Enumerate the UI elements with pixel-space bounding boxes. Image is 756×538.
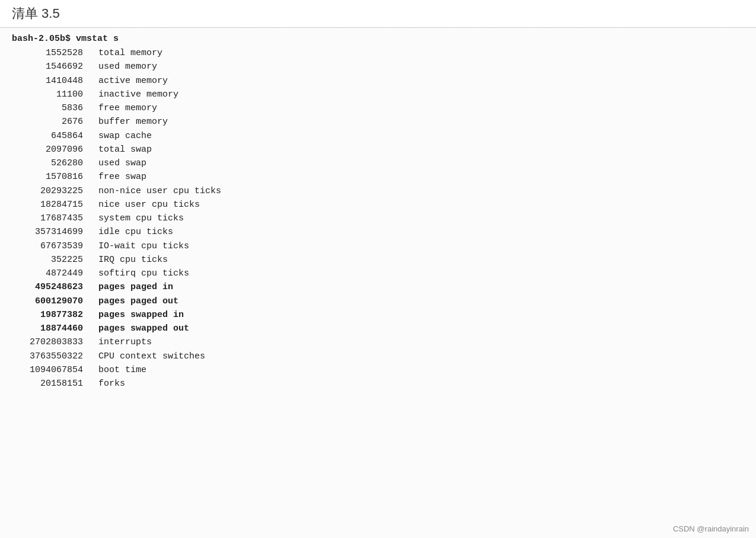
- value-cell: 11100: [12, 88, 83, 101]
- value-cell: 4872449: [12, 267, 83, 280]
- value-cell: 2676: [12, 115, 83, 129]
- prompt-line: bash-2.05b$ vmstat s: [12, 34, 744, 44]
- value-cell: 67673539: [12, 239, 83, 253]
- label-cell: idle cpu ticks: [88, 225, 173, 239]
- label-cell: free swap: [88, 170, 146, 184]
- table-row: 1552528 total memory: [12, 46, 744, 60]
- table-row: 1410448 active memory: [12, 74, 744, 88]
- value-cell: 357314699: [12, 225, 83, 239]
- label-cell: buffer memory: [88, 115, 168, 129]
- label-cell: swap cache: [88, 129, 152, 143]
- label-cell: non-nice user cpu ticks: [88, 184, 221, 198]
- table-row: 18874460 pages swapped out: [12, 322, 744, 335]
- label-cell: total swap: [88, 143, 152, 156]
- table-row: 357314699 idle cpu ticks: [12, 225, 744, 239]
- table-row: 5836 free memory: [12, 101, 744, 115]
- value-cell: 495248623: [12, 280, 83, 294]
- watermark: CSDN @raindayinrain: [673, 524, 749, 533]
- table-row: 19877382 pages swapped in: [12, 308, 744, 322]
- label-cell: used memory: [88, 60, 157, 73]
- label-cell: pages swapped out: [88, 322, 189, 335]
- label-cell: pages paged in: [88, 280, 173, 294]
- value-cell: 2097096: [12, 143, 83, 156]
- table-row: 645864 swap cache: [12, 129, 744, 143]
- table-row: 1094067854 boot time: [12, 363, 744, 377]
- table-row: 352225 IRQ cpu ticks: [12, 253, 744, 267]
- value-cell: 20158151: [12, 377, 83, 390]
- value-cell: 645864: [12, 129, 83, 143]
- value-cell: 526280: [12, 156, 83, 170]
- value-cell: 352225: [12, 253, 83, 267]
- table-row: 495248623 pages paged in: [12, 280, 744, 294]
- label-cell: softirq cpu ticks: [88, 267, 189, 280]
- table-row: 4872449 softirq cpu ticks: [12, 267, 744, 280]
- value-cell: 5836: [12, 101, 83, 115]
- label-cell: IO-wait cpu ticks: [88, 239, 189, 253]
- label-cell: IRQ cpu ticks: [88, 253, 168, 267]
- label-cell: total memory: [88, 46, 162, 60]
- table-row: 600129070 pages paged out: [12, 294, 744, 308]
- table-row: 526280 used swap: [12, 156, 744, 170]
- label-cell: inactive memory: [88, 88, 178, 101]
- table-row: 20158151 forks: [12, 377, 744, 390]
- table-row: 67673539 IO-wait cpu ticks: [12, 239, 744, 253]
- label-cell: free memory: [88, 101, 157, 115]
- value-cell: 1552528: [12, 46, 83, 60]
- terminal-output: 1552528 total memory1546692 used memory1…: [12, 46, 744, 390]
- table-row: 17687435 system cpu ticks: [12, 212, 744, 225]
- label-cell: pages paged out: [88, 294, 178, 308]
- value-cell: 1546692: [12, 60, 83, 73]
- label-cell: nice user cpu ticks: [88, 198, 200, 212]
- label-cell: forks: [88, 377, 125, 390]
- label-cell: system cpu ticks: [88, 212, 184, 225]
- value-cell: 2702803833: [12, 335, 83, 349]
- label-cell: CPU context switches: [88, 350, 205, 363]
- value-cell: 19877382: [12, 308, 83, 322]
- value-cell: 18284715: [12, 198, 83, 212]
- value-cell: 1410448: [12, 74, 83, 88]
- table-row: 2702803833 interrupts: [12, 335, 744, 349]
- table-row: 18284715 nice user cpu ticks: [12, 198, 744, 212]
- label-cell: used swap: [88, 156, 146, 170]
- value-cell: 1570816: [12, 170, 83, 184]
- table-row: 1546692 used memory: [12, 60, 744, 73]
- label-cell: active memory: [88, 74, 168, 88]
- value-cell: 20293225: [12, 184, 83, 198]
- table-row: 3763550322 CPU context switches: [12, 350, 744, 363]
- value-cell: 17687435: [12, 212, 83, 225]
- label-cell: interrupts: [88, 335, 152, 349]
- table-row: 1570816 free swap: [12, 170, 744, 184]
- table-row: 2097096 total swap: [12, 143, 744, 156]
- table-row: 2676 buffer memory: [12, 115, 744, 129]
- value-cell: 3763550322: [12, 350, 83, 363]
- label-cell: boot time: [88, 363, 146, 377]
- label-cell: pages swapped in: [88, 308, 184, 322]
- value-cell: 600129070: [12, 294, 83, 308]
- page-title: 清单 3.5: [12, 6, 60, 21]
- table-row: 11100 inactive memory: [12, 88, 744, 101]
- value-cell: 18874460: [12, 322, 83, 335]
- table-row: 20293225 non-nice user cpu ticks: [12, 184, 744, 198]
- value-cell: 1094067854: [12, 363, 83, 377]
